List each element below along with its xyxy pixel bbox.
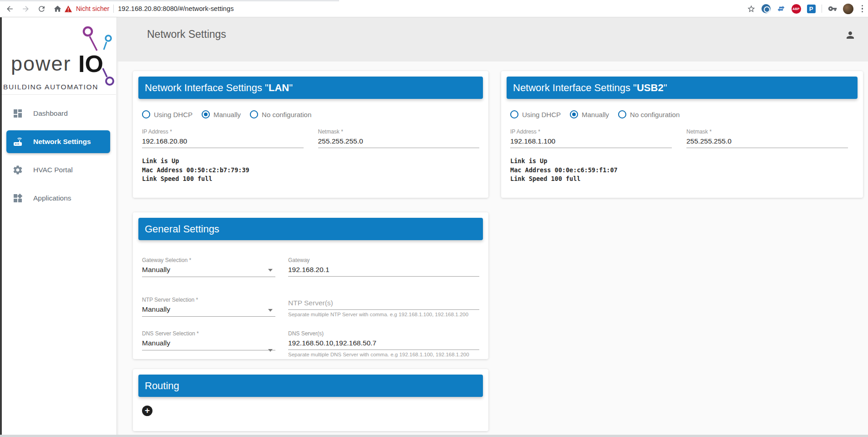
lan-ip-input[interactable] [142, 135, 304, 148]
lan-link-status: Link is Up Mac Address 00:50:c2:b7:79:39… [142, 157, 479, 184]
radio-no-configuration[interactable]: No configuration [618, 110, 680, 118]
address-bar[interactable]: Nicht sicher 192.168.20.80:8080/#/networ… [65, 0, 234, 17]
field-label: Netmask * [686, 129, 848, 135]
browser-reload-button[interactable] [36, 3, 48, 15]
card-header-routing: Routing [138, 375, 483, 397]
browser-profile-avatar[interactable] [843, 4, 853, 14]
extension-arrows-icon[interactable] [777, 4, 786, 13]
card-title-suffix: " [664, 82, 667, 94]
field-label: Gateway [288, 257, 479, 263]
extension-abp-icon[interactable]: ABP [792, 4, 801, 14]
field-label: DNS Server Selection * [142, 330, 275, 337]
lan-mode-radio-group: Using DHCP Manually No configuration [142, 110, 479, 118]
sidebar-item-hvac-portal[interactable]: HVAC Portal [6, 159, 110, 181]
browser-toolbar: Nicht sicher 192.168.20.80:8080/#/networ… [0, 0, 868, 17]
card-header-general-settings: General Settings [138, 218, 483, 240]
card-routing: Routing + [133, 369, 488, 431]
dns-helper-text: Separate multiple DNS Server with comma.… [288, 352, 479, 357]
usb2-netmask-field: Netmask * [686, 129, 848, 148]
select-value: Manually [142, 264, 275, 277]
ntp-servers-input[interactable] [288, 297, 479, 310]
window-left-edge [0, 17, 2, 437]
card-title-prefix: Network Interface Settings " [513, 82, 637, 94]
chevron-down-icon [268, 309, 273, 312]
gear-icon [12, 165, 23, 175]
widgets-icon [12, 193, 23, 204]
radio-circle-icon [570, 110, 578, 118]
usb2-ip-input[interactable] [510, 135, 672, 148]
radio-using-dhcp[interactable]: Using DHCP [142, 110, 193, 118]
select-value: Manually [142, 303, 275, 317]
bookmark-star-icon[interactable] [747, 5, 756, 13]
gateway-selection-select[interactable]: Gateway Selection * Manually [142, 257, 275, 277]
page-header: Network Settings [117, 17, 868, 62]
screen: Nicht sicher 192.168.20.80:8080/#/networ… [0, 0, 868, 437]
router-icon [12, 136, 23, 147]
sidebar-item-network-settings[interactable]: Network Settings [6, 130, 110, 153]
radio-circle-icon [202, 110, 210, 118]
gateway-input[interactable] [288, 264, 479, 277]
card-network-interface-usb2: Network Interface Settings "USB2" Using … [501, 71, 863, 198]
toolbar-separator [822, 5, 822, 13]
ntp-servers-field: Separate multiple NTP Server with comma.… [288, 297, 479, 317]
security-status-label[interactable]: Nicht sicher [76, 5, 109, 12]
logo-node-blue [106, 36, 111, 41]
logo-text-io: IO [78, 51, 103, 77]
link-speed-text: Link Speed 100 full [510, 175, 854, 184]
sidebar-item-applications[interactable]: Applications [6, 187, 110, 210]
logo-node-purple-bottom [106, 77, 113, 85]
radio-label: Using DHCP [522, 111, 561, 118]
radio-label: Manually [582, 111, 609, 118]
lan-netmask-input[interactable] [318, 135, 480, 148]
ntp-helper-text: Separate multiple NTP Server with comma.… [288, 312, 479, 317]
radio-manually[interactable]: Manually [570, 110, 609, 118]
browser-back-button[interactable] [4, 3, 16, 15]
radio-manually[interactable]: Manually [202, 110, 241, 118]
radio-no-configuration[interactable]: No configuration [250, 110, 311, 118]
usb2-mode-radio-group: Using DHCP Manually No configuration [510, 110, 854, 118]
field-label: IP Address * [142, 129, 304, 135]
usb2-ip-field: IP Address * [510, 129, 672, 148]
radio-circle-icon [250, 110, 258, 118]
sidebar-item-label: Network Settings [33, 138, 91, 146]
browser-forward-button[interactable] [20, 3, 32, 15]
dns-servers-input[interactable] [288, 337, 479, 350]
radio-using-dhcp[interactable]: Using DHCP [510, 110, 561, 118]
radio-circle-icon [618, 110, 626, 118]
person-icon [845, 30, 856, 41]
sidebar-item-label: HVAC Portal [33, 166, 73, 174]
link-state-text: Link is Up [510, 157, 854, 166]
browser-menu-icon[interactable] [859, 5, 866, 13]
page-title: Network Settings [147, 28, 226, 41]
usb2-link-status: Link is Up Mac Address 00:0e:c6:59:f1:07… [510, 157, 854, 184]
radio-circle-icon [142, 110, 150, 118]
extension-p-icon[interactable]: P [807, 5, 816, 13]
link-speed-text: Link Speed 100 full [142, 175, 479, 184]
password-key-icon[interactable] [828, 4, 837, 13]
field-label: Netmask * [318, 129, 480, 135]
sidebar: power IO BUILDING AUTOMATION Dashboard N… [0, 17, 117, 437]
link-state-text: Link is Up [142, 157, 479, 166]
browser-home-button[interactable] [51, 3, 64, 15]
logo-node-purple-top [84, 27, 92, 36]
dns-server-selection-select[interactable]: DNS Server Selection * Manually [142, 330, 275, 357]
field-label: DNS Server(s) [288, 330, 479, 337]
usb2-netmask-input[interactable] [686, 135, 848, 148]
lan-netmask-field: Netmask * [318, 129, 480, 148]
radio-label: No configuration [262, 111, 311, 118]
url-text[interactable]: 192.168.20.80:8080/#/network-settings [118, 5, 233, 12]
card-header-usb2: Network Interface Settings "USB2" [507, 77, 858, 99]
extension-wheel-icon[interactable] [761, 4, 771, 13]
chevron-down-icon [268, 269, 273, 272]
radio-circle-icon [510, 110, 518, 118]
add-route-button[interactable]: + [142, 406, 152, 416]
sidebar-item-dashboard[interactable]: Dashboard [6, 102, 110, 125]
app-logo: power IO BUILDING AUTOMATION [0, 17, 117, 94]
user-account-button[interactable] [843, 28, 857, 42]
card-general-settings: General Settings Gateway Selection * Man… [133, 212, 488, 359]
ntp-server-selection-select[interactable]: NTP Server Selection * Manually [142, 297, 275, 317]
logo-subtitle: BUILDING AUTOMATION [3, 83, 98, 91]
card-title: General Settings [145, 223, 219, 235]
sidebar-item-label: Dashboard [33, 109, 68, 118]
interface-name: USB2 [637, 82, 664, 94]
